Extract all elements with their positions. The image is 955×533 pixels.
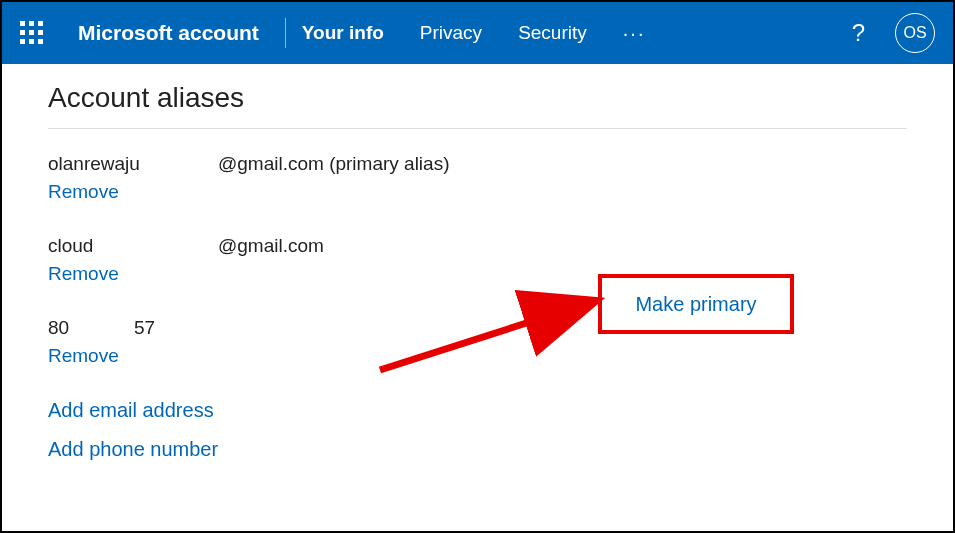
app-launcher-icon[interactable]: [20, 21, 44, 45]
brand-link[interactable]: Microsoft account: [78, 21, 285, 45]
phone-part-a: 80: [48, 317, 134, 339]
alias-name: olanrewaju: [48, 153, 218, 175]
nav-more-icon[interactable]: ···: [623, 22, 646, 45]
highlight-box: Make primary: [598, 274, 794, 334]
avatar[interactable]: OS: [895, 13, 935, 53]
alias-row: olanrewaju @gmail.com (primary alias) Re…: [48, 153, 907, 203]
nav-your-info[interactable]: Your info: [302, 22, 384, 44]
top-nav: Your info Privacy Security: [302, 22, 587, 44]
add-email-link[interactable]: Add email address: [48, 399, 907, 422]
nav-security[interactable]: Security: [518, 22, 587, 44]
add-phone-link[interactable]: Add phone number: [48, 438, 907, 461]
add-links: Add email address Add phone number: [48, 399, 907, 461]
divider-line: [48, 128, 907, 129]
alias-domain: @gmail.com (primary alias): [218, 153, 450, 175]
divider: [285, 18, 286, 48]
page-title: Account aliases: [48, 82, 907, 114]
remove-alias-link[interactable]: Remove: [48, 263, 119, 285]
help-icon[interactable]: ?: [852, 19, 865, 47]
alias-name: cloud: [48, 235, 218, 257]
make-primary-link[interactable]: Make primary: [635, 293, 756, 316]
nav-privacy[interactable]: Privacy: [420, 22, 482, 44]
phone-part-b: 57: [134, 317, 155, 339]
content-area: Account aliases olanrewaju @gmail.com (p…: [2, 64, 953, 461]
alias-domain: @gmail.com: [218, 235, 324, 257]
header-bar: Microsoft account Your info Privacy Secu…: [2, 2, 953, 64]
remove-alias-link[interactable]: Remove: [48, 181, 119, 203]
remove-phone-link[interactable]: Remove: [48, 345, 119, 367]
